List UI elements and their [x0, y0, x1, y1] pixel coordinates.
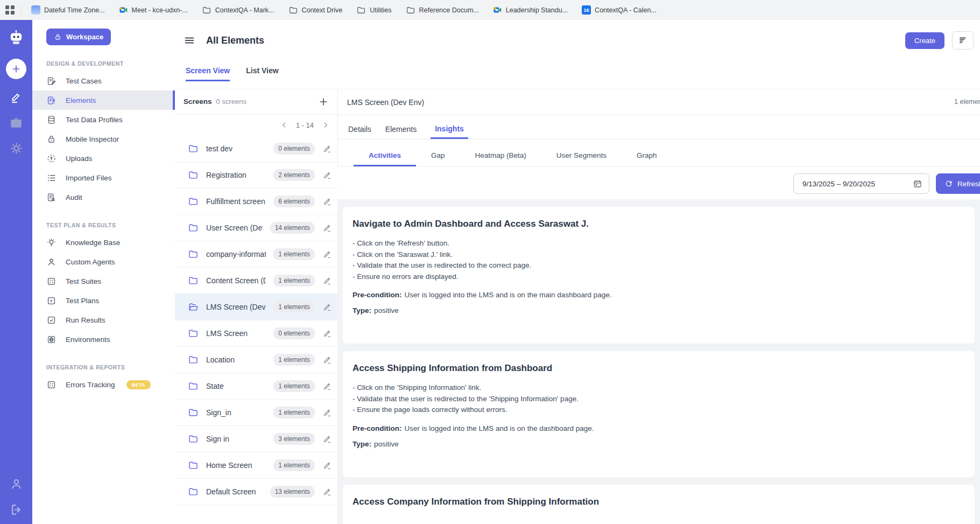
- bookmark-folder-utilities[interactable]: Utilities: [356, 5, 391, 15]
- sidebar-item-uploads[interactable]: Uploads: [32, 149, 175, 168]
- sidebar-item-imported-files[interactable]: Imported Files: [32, 168, 175, 187]
- sidebar-item-custom-agents[interactable]: Custom Agents: [32, 252, 175, 271]
- detail-header: LMS Screen (Dev Env) 1 element: [337, 89, 980, 115]
- screen-row[interactable]: Default Screen 13 elements: [175, 479, 337, 505]
- folder-icon: [188, 222, 199, 233]
- bookmark-leadership-standup[interactable]: Leadership Standu...: [493, 5, 568, 15]
- apps-grid-icon[interactable]: [5, 5, 15, 15]
- tab-list-view[interactable]: List View: [246, 66, 278, 81]
- element-count-badge: 14 elements: [270, 222, 315, 234]
- bookmark-contextqa-calendar[interactable]: 16 ContextQA - Calen...: [582, 5, 657, 15]
- sidebar-item-test-cases[interactable]: Test Cases: [32, 71, 175, 90]
- briefcase-icon[interactable]: [9, 116, 23, 130]
- bookmark-folder-reference-docs[interactable]: Reference Docum...: [406, 5, 479, 15]
- activity-step: - Click on the 'Refresh' button.: [352, 238, 965, 249]
- edit-pencil-icon[interactable]: [322, 487, 332, 497]
- robot-logo-icon[interactable]: [7, 29, 25, 47]
- plus-icon: [11, 64, 22, 74]
- element-count-badge: 1 elements: [273, 380, 315, 392]
- bookmark-meet[interactable]: Meet - kce-udxn-...: [119, 5, 188, 15]
- subtab-activities[interactable]: Activities: [354, 151, 416, 166]
- screen-row[interactable]: Fulfillment screen (... 6 elements: [175, 188, 337, 215]
- screen-row[interactable]: Registration 2 elements: [175, 162, 337, 188]
- sidebar-item-errors-tracking[interactable]: Errors Tracking BETA: [32, 375, 175, 394]
- bookmark-label: Leadership Standu...: [506, 6, 568, 14]
- refresh-data-button[interactable]: Refresh Data: [936, 173, 980, 194]
- edit-pencil-icon[interactable]: [322, 276, 332, 285]
- subtab-gap[interactable]: Gap: [416, 151, 460, 166]
- screen-row-selected[interactable]: LMS Screen (Dev E... 1 elements: [175, 294, 337, 320]
- add-screen-plus-icon[interactable]: [318, 96, 329, 107]
- screen-row[interactable]: State 1 elements: [175, 373, 337, 400]
- workspace-button[interactable]: Workspace: [46, 29, 111, 45]
- grid-dots-icon: [46, 380, 57, 390]
- logout-icon[interactable]: [10, 503, 23, 516]
- edit-pencil-icon[interactable]: [322, 434, 332, 444]
- subtab-heatmap[interactable]: Heatmap (Beta): [460, 151, 541, 166]
- edit-pencil-icon[interactable]: [322, 355, 332, 365]
- screen-row[interactable]: LMS Screen 0 elements: [175, 320, 337, 347]
- element-count-badge: 1 elements: [273, 275, 315, 287]
- sidebar-item-test-plans[interactable]: Test Plans: [32, 291, 175, 310]
- screen-row[interactable]: Home Screen 1 elements: [175, 452, 337, 479]
- screen-row[interactable]: User Screen (Dev ... 14 elements: [175, 215, 337, 241]
- edit-pencil-icon[interactable]: [322, 329, 332, 338]
- settings-gear-icon[interactable]: [10, 142, 23, 155]
- sidebar-item-mobile-inspector[interactable]: Mobile Inspector: [32, 129, 175, 149]
- sidebar-item-audit[interactable]: Audit: [32, 187, 175, 207]
- edit-pencil-icon[interactable]: [322, 302, 332, 312]
- play-square-icon: [46, 296, 57, 306]
- sidebar-item-run-results[interactable]: Run Results: [32, 310, 175, 330]
- calendar-icon: 16: [582, 5, 591, 15]
- subtab-graph[interactable]: Graph: [622, 151, 672, 166]
- sort-filter-button[interactable]: [952, 31, 974, 50]
- activity-steps: - Click on the 'Shipping Information' li…: [352, 382, 965, 416]
- screen-name: Default Screen: [206, 487, 263, 496]
- insights-subtabs: Activities Gap Heatmap (Beta) User Segme…: [337, 139, 980, 167]
- hamburger-icon[interactable]: [184, 34, 195, 46]
- workspace-label: Workspace: [66, 33, 103, 41]
- chevron-right-icon[interactable]: [321, 121, 330, 129]
- date-range-input[interactable]: 9/13/2025 – 9/20/2025: [793, 173, 929, 194]
- add-button[interactable]: [6, 59, 26, 79]
- edit-pencil-icon[interactable]: [322, 144, 332, 153]
- sidebar-item-test-data-profiles[interactable]: Test Data Profiles: [32, 110, 175, 129]
- create-button[interactable]: Create: [905, 32, 944, 49]
- tab-insights[interactable]: Insights: [431, 124, 468, 139]
- sidebar-item-elements[interactable]: Elements: [32, 90, 175, 110]
- screen-row[interactable]: test dev 0 elements: [175, 136, 337, 162]
- bookmark-folder-context-drive[interactable]: Context Drive: [288, 5, 343, 15]
- edit-pencil-icon[interactable]: [322, 197, 332, 206]
- chevron-left-icon[interactable]: [280, 121, 288, 129]
- screen-row[interactable]: Content Screen (D... 1 elements: [175, 268, 337, 294]
- edit-pencil-icon[interactable]: [322, 223, 332, 233]
- screen-row[interactable]: Sign_in 1 elements: [175, 400, 337, 426]
- tab-screen-view[interactable]: Screen View: [186, 66, 230, 81]
- screen-row[interactable]: company-informati... 1 elements: [175, 241, 337, 268]
- tab-elements[interactable]: Elements: [385, 125, 417, 139]
- screen-name: LMS Screen: [206, 329, 266, 338]
- edit-pencil-icon[interactable]: [322, 408, 332, 417]
- bookmark-dateful[interactable]: Dateful Time Zone...: [31, 5, 105, 15]
- tab-details[interactable]: Details: [348, 125, 371, 139]
- sidebar-item-environments[interactable]: Environments: [32, 330, 175, 349]
- screens-pagination: 1 - 14: [175, 114, 337, 136]
- screens-count: 0 screens: [216, 97, 318, 106]
- edit-pencil-icon[interactable]: [322, 460, 332, 470]
- audit-icon: [46, 192, 57, 202]
- edit-pencil-icon[interactable]: [322, 381, 332, 391]
- edit-pencil-icon[interactable]: [10, 91, 23, 104]
- folder-icon: [202, 5, 211, 15]
- bookmark-label: Reference Docum...: [419, 6, 479, 14]
- screen-row[interactable]: Sign in 3 elements: [175, 426, 337, 452]
- subtab-user-segments[interactable]: User Segments: [541, 151, 622, 166]
- sidebar-item-knowledge-base[interactable]: Knowledge Base: [32, 233, 175, 252]
- profile-icon[interactable]: [9, 477, 24, 491]
- screen-row[interactable]: Location 1 elements: [175, 347, 337, 373]
- edit-pencil-icon[interactable]: [322, 170, 332, 180]
- edit-pencil-icon[interactable]: [322, 249, 332, 259]
- calendar-icon[interactable]: [913, 179, 922, 188]
- folder-icon: [188, 407, 199, 418]
- bookmark-folder-contextqa-mark[interactable]: ContextQA - Mark...: [202, 5, 274, 15]
- sidebar-item-test-suites[interactable]: Test Suites: [32, 271, 175, 291]
